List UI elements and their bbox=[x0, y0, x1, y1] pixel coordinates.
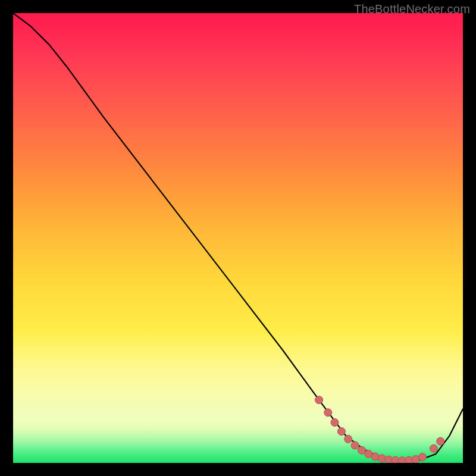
chart-marker bbox=[419, 453, 427, 461]
chart-marker-layer bbox=[315, 396, 444, 463]
chart-frame: TheBottleNecker.com bbox=[0, 0, 476, 476]
chart-marker bbox=[315, 396, 323, 404]
chart-marker bbox=[378, 455, 386, 462]
chart-marker bbox=[345, 435, 352, 443]
chart-curve bbox=[13, 13, 463, 461]
chart-marker bbox=[324, 409, 332, 416]
chart-marker bbox=[430, 444, 437, 452]
chart-plot-area bbox=[13, 13, 463, 463]
chart-overlay-svg bbox=[13, 13, 463, 463]
chart-marker bbox=[351, 441, 359, 449]
watermark-text: TheBottleNecker.com bbox=[354, 2, 470, 16]
chart-marker bbox=[437, 437, 444, 445]
chart-marker bbox=[331, 419, 339, 427]
chart-marker bbox=[337, 428, 345, 436]
